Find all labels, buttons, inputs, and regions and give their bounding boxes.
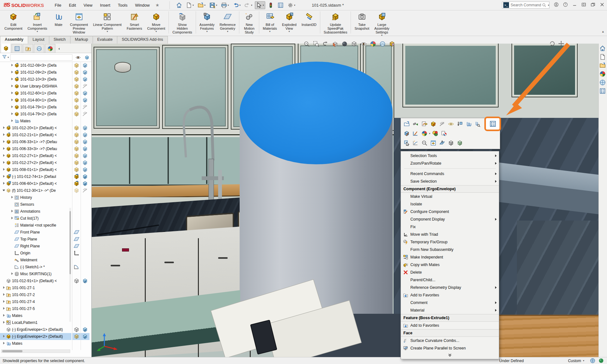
edit-assembly-button[interactable]: [420, 120, 429, 128]
tree-item[interactable]: 101-014-79<2> (Defa: [0, 111, 71, 118]
visibility-cell-icon[interactable]: [74, 111, 79, 117]
pan-view-icon[interactable]: [558, 40, 566, 47]
large-assembly-button[interactable]: Large Assembly Settings▾: [372, 11, 392, 37]
tp-folder-icon[interactable]: [599, 62, 606, 69]
visibility-cell-icon[interactable]: [74, 264, 79, 270]
scene-hud-icon[interactable]: [379, 40, 386, 47]
visibility-cell-icon[interactable]: [74, 334, 79, 339]
menu-item-configure-component[interactable]: Configure Component: [401, 208, 499, 215]
edit-sketch-button[interactable]: [411, 129, 420, 137]
tree-item[interactable]: 101-012-08<3> (Defa: [0, 62, 71, 69]
menu-item-fix[interactable]: Fix: [401, 223, 499, 231]
tree-item[interactable]: 101-012-91<1> (Default) <: [0, 277, 71, 284]
tree-item[interactable]: (-) Sketch1-> *: [0, 264, 71, 270]
expand-arrow-icon[interactable]: [11, 71, 14, 74]
display-state-cell-icon[interactable]: [82, 111, 88, 117]
expand-arrow-icon[interactable]: [3, 342, 6, 345]
dropdown-caret-icon[interactable]: ▾: [429, 132, 430, 135]
expand-arrow-icon[interactable]: [3, 314, 6, 317]
tree-item[interactable]: LocalLPattern1: [0, 319, 71, 326]
tree-item[interactable]: 101-012-10<3> (Defa: [0, 76, 71, 83]
tree-item[interactable]: Right Plane: [0, 243, 71, 250]
traffic-button[interactable]: [267, 1, 275, 9]
mate-button[interactable]: Mate: [50, 11, 67, 37]
show-hidden-button[interactable]: Show Hidden Components: [170, 11, 194, 37]
tree-item[interactable]: 101-012-27<2> (Default) <: [0, 159, 71, 166]
component-properties-button[interactable]: [484, 117, 501, 131]
display-state-cell-icon[interactable]: [82, 188, 88, 193]
tree-item[interactable]: (-) 101-012-74<1> (Defaul: [0, 173, 71, 180]
view-mates-button[interactable]: [473, 120, 482, 128]
menu-edit[interactable]: Edit: [65, 2, 80, 9]
tab-sketch[interactable]: Sketch: [49, 36, 71, 44]
appearance-hud-icon[interactable]: [369, 40, 377, 47]
expand-arrow-icon[interactable]: [3, 286, 6, 289]
visibility-cell-icon[interactable]: [74, 83, 79, 89]
snapshot-button[interactable]: Take Snapshot: [352, 11, 371, 37]
orientation-cube-icon[interactable]: [388, 40, 396, 47]
menu-item-create-plane-parallel-to-screen[interactable]: Create Plane Parallel to Screen: [401, 344, 499, 352]
tree-item[interactable]: 101-014-79<1> (Defa: [0, 104, 71, 111]
filter-funnel-icon[interactable]: [2, 54, 7, 61]
display-state-cell-icon[interactable]: [82, 327, 88, 332]
tab-markup[interactable]: Markup: [70, 36, 93, 44]
visibility-cell-icon[interactable]: [74, 70, 79, 75]
tree-item-selected[interactable]: (-) ErgoEnvelope<2> (Default): [0, 333, 71, 340]
display-state-cell-icon[interactable]: [82, 70, 88, 75]
custom-display-state-select[interactable]: Custom ▾: [568, 359, 584, 363]
hide-show-icon[interactable]: [360, 40, 367, 47]
panel-tab-properties[interactable]: [12, 44, 22, 53]
expand-arrow-icon[interactable]: [3, 321, 6, 324]
expand-arrow-icon[interactable]: [3, 300, 6, 303]
dropdown-caret-icon[interactable]: ▾: [206, 30, 208, 33]
proplist-button[interactable]: [276, 1, 285, 9]
tree-item[interactable]: 101-012-27<1> (Default) <: [0, 152, 71, 159]
dropdown-caret-icon[interactable]: ▾: [107, 30, 108, 33]
expand-arrow-icon[interactable]: [3, 133, 6, 136]
menu-item-temporary-fix-group[interactable]: Temporary Fix/Group: [401, 238, 499, 246]
tp-doc-icon[interactable]: [599, 54, 606, 61]
edit-component-button[interactable]: Edit Component: [2, 11, 25, 37]
menu-item-parent-child[interactable]: Parent/Child...: [401, 276, 499, 284]
tree-item[interactable]: 101-012-20<1> (Default) <: [0, 124, 71, 131]
display-state-cell-icon[interactable]: [82, 153, 88, 159]
bom-button[interactable]: Bill of Materials▾: [260, 11, 279, 37]
visibility-cell-icon[interactable]: [74, 139, 79, 145]
rotate-view-icon[interactable]: [549, 40, 557, 47]
display-style-icon[interactable]: [350, 40, 358, 47]
expand-arrow-icon[interactable]: [11, 210, 14, 213]
visibility-cell-icon[interactable]: [74, 146, 79, 152]
expand-arrow-icon[interactable]: [11, 272, 14, 276]
tree-item[interactable]: 101-006-33<1> ->? (Defau: [0, 138, 71, 145]
search-caret-icon[interactable]: ▾: [548, 4, 549, 7]
search-input[interactable]: [510, 3, 542, 8]
menu-item-add-to-favorites[interactable]: Add to Favorites: [401, 291, 499, 299]
menu-item-comment[interactable]: Comment: [401, 299, 499, 306]
tree-item[interactable]: (f) 101-012-30<1> ->* (De: [0, 187, 71, 194]
expand-arrow-icon[interactable]: [3, 189, 6, 192]
visibility-cell-icon[interactable]: [74, 278, 79, 284]
menu-view[interactable]: View: [80, 2, 96, 9]
expand-arrow-icon[interactable]: [11, 99, 14, 102]
visibility-cell-icon[interactable]: [74, 250, 79, 256]
tree-item[interactable]: Origin: [0, 250, 71, 257]
user-icon[interactable]: [554, 2, 559, 8]
menu-item-move-with-triad[interactable]: Move with Triad: [401, 231, 499, 238]
tree-item[interactable]: Cut list(17): [0, 215, 71, 222]
tab-solidworks-add-ins[interactable]: SOLIDWORKS Add-Ins: [117, 36, 168, 44]
expand-arrow-icon[interactable]: [3, 147, 6, 150]
expand-arrow-icon[interactable]: [11, 112, 14, 116]
tree-horizontal-scrollbar[interactable]: [1, 349, 70, 353]
iso-view-button[interactable]: [446, 139, 455, 147]
move-component-button[interactable]: Move Component▾: [145, 11, 168, 37]
open-part-button[interactable]: [402, 120, 411, 128]
dropdown-caret-icon[interactable]: ▾: [289, 30, 290, 33]
visibility-cell-icon[interactable]: [74, 174, 79, 179]
component-preview-button[interactable]: Component Preview Window: [67, 11, 90, 37]
magnify-selection-button[interactable]: [420, 139, 429, 147]
visibility-cell-icon[interactable]: [74, 236, 79, 242]
tree-item[interactable]: 101-012-60<1> (Defa: [0, 90, 71, 97]
tree-item[interactable]: Front Plane: [0, 229, 71, 236]
expand-arrow-icon[interactable]: [11, 106, 14, 109]
visibility-cell-icon[interactable]: [74, 188, 79, 193]
